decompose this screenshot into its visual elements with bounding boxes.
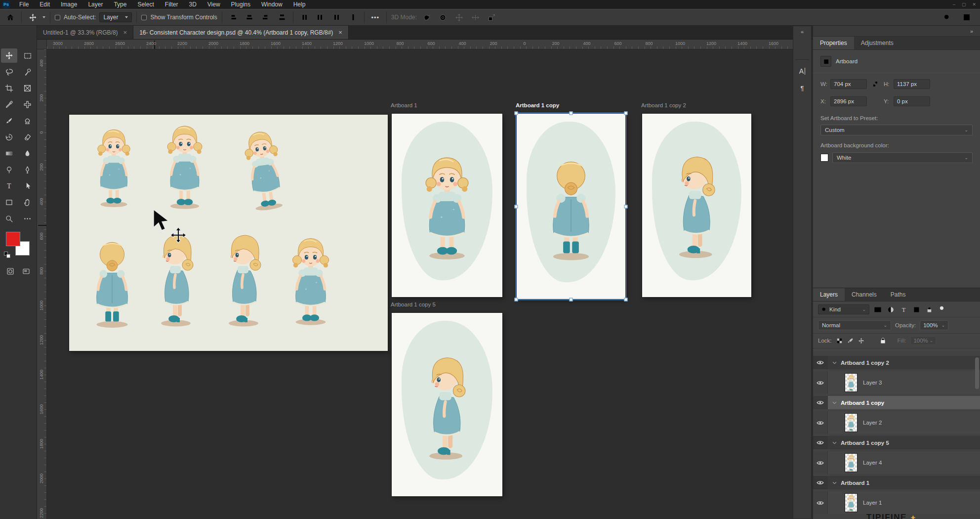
ruler-vertical[interactable]: 4002000200400600800100012001400160018002… bbox=[37, 49, 47, 519]
chevron-down-icon[interactable] bbox=[42, 16, 45, 18]
chevron-down-icon[interactable] bbox=[832, 481, 837, 484]
eyedropper-tool[interactable] bbox=[1, 97, 17, 112]
close-icon[interactable]: ✕ bbox=[972, 2, 976, 7]
panel-menu-icon[interactable] bbox=[969, 40, 976, 46]
menu-edit[interactable]: Edit bbox=[34, 0, 55, 9]
distribute-vertical-icon[interactable] bbox=[347, 11, 360, 24]
artboard-row-artboard-1-copy-5[interactable]: Artboard 1 copy 5 bbox=[813, 436, 980, 449]
width-field[interactable]: 704 px bbox=[830, 79, 867, 89]
layer-thumbnail[interactable] bbox=[845, 453, 858, 472]
chevron-down-icon[interactable] bbox=[832, 361, 837, 364]
path-selection-tool[interactable] bbox=[19, 179, 36, 193]
quick-selection-tool[interactable] bbox=[19, 65, 36, 79]
artboard-reference-sheet[interactable] bbox=[69, 115, 388, 351]
foreground-color-swatch[interactable] bbox=[6, 232, 20, 246]
menu-window[interactable]: Window bbox=[256, 0, 288, 9]
layer-thumbnail[interactable] bbox=[845, 373, 858, 392]
layer-filter-select[interactable]: Kind ⌄ bbox=[818, 304, 869, 314]
layer-thumbnail[interactable] bbox=[845, 413, 858, 432]
selection-handle[interactable] bbox=[570, 298, 573, 302]
menu-filter[interactable]: Filter bbox=[160, 0, 184, 9]
layer-row-layer-3[interactable]: Layer 3 bbox=[813, 371, 980, 394]
preset-select[interactable]: Custom ⌄ bbox=[820, 125, 973, 135]
visibility-toggle[interactable] bbox=[813, 356, 828, 369]
eye-icon[interactable] bbox=[817, 500, 824, 506]
menu-file[interactable]: File bbox=[14, 0, 34, 9]
artboard-bg-select[interactable]: White ⌄ bbox=[832, 152, 973, 163]
artboard-1-copy-2[interactable]: Artboard 1 copy 2 bbox=[642, 114, 751, 297]
tab-adjustments[interactable]: Adjustments bbox=[854, 37, 900, 49]
y-field[interactable]: 0 px bbox=[894, 96, 930, 106]
artboard-row-artboard-1-copy[interactable]: Artboard 1 copy bbox=[813, 396, 980, 409]
show-transform-controls-checkbox[interactable] bbox=[141, 15, 147, 20]
eye-icon[interactable] bbox=[817, 380, 824, 386]
blend-mode-select[interactable]: Normal ⌄ bbox=[818, 320, 891, 330]
selection-handle[interactable] bbox=[624, 205, 628, 208]
eye-icon[interactable] bbox=[817, 360, 824, 365]
move-tool[interactable] bbox=[1, 48, 17, 63]
artboard-1-copy[interactable]: Artboard 1 copy bbox=[517, 114, 625, 299]
auto-select-checkbox[interactable] bbox=[55, 15, 60, 20]
x-field[interactable]: 2896 px bbox=[830, 96, 867, 106]
tab-close-icon[interactable]: × bbox=[123, 29, 127, 36]
maximize-icon[interactable]: ▢ bbox=[962, 2, 966, 7]
search-icon[interactable] bbox=[940, 11, 953, 24]
align-vertical-centers-icon[interactable] bbox=[276, 11, 288, 24]
menu-help[interactable]: Help bbox=[288, 0, 311, 9]
menu-plugins[interactable]: Plugins bbox=[226, 0, 256, 9]
align-right-edges-icon[interactable] bbox=[259, 11, 272, 24]
align-left-edges-icon[interactable] bbox=[227, 11, 240, 24]
pen-tool[interactable] bbox=[19, 163, 36, 177]
distribute-left-icon[interactable] bbox=[298, 11, 311, 24]
filter-pixel-layers-icon[interactable] bbox=[874, 306, 882, 313]
menu-layer[interactable]: Layer bbox=[82, 0, 108, 9]
rectangular-marquee-tool[interactable] bbox=[19, 48, 36, 63]
menu-3d[interactable]: 3D bbox=[183, 0, 202, 9]
selection-handle[interactable] bbox=[624, 298, 628, 302]
tab-close-icon[interactable]: × bbox=[338, 29, 342, 36]
layer-row-layer-1[interactable]: Layer 1 bbox=[813, 491, 980, 514]
brush-settings-panel-icon[interactable] bbox=[793, 40, 811, 56]
filter-toggle-pin-icon[interactable] bbox=[939, 305, 945, 313]
quick-mask-icon[interactable] bbox=[6, 267, 14, 275]
eye-icon[interactable] bbox=[817, 420, 824, 426]
visibility-toggle[interactable] bbox=[813, 411, 828, 434]
lock-transparency-icon[interactable] bbox=[836, 338, 843, 344]
hand-tool[interactable] bbox=[19, 195, 36, 210]
screen-mode-icon[interactable] bbox=[22, 267, 30, 275]
layer-row-layer-4[interactable]: Layer 4 bbox=[813, 451, 980, 474]
selection-handle[interactable] bbox=[624, 112, 628, 115]
lock-pixels-icon[interactable] bbox=[847, 338, 854, 344]
artboard-bg-color-swatch[interactable] bbox=[820, 154, 828, 162]
brush-tool[interactable] bbox=[1, 114, 17, 128]
artboard-label[interactable]: Artboard 1 copy bbox=[516, 102, 559, 108]
auto-select-target-select[interactable]: Layer bbox=[99, 12, 132, 22]
opacity-field[interactable]: 100% ⌄ bbox=[920, 320, 948, 330]
character-panel-icon[interactable]: A bbox=[793, 63, 811, 80]
paragraph-panel-icon[interactable]: ¶ bbox=[793, 80, 811, 96]
dodge-tool[interactable] bbox=[1, 163, 17, 177]
menu-select[interactable]: Select bbox=[132, 0, 159, 9]
selection-handle[interactable] bbox=[515, 205, 518, 208]
layer-thumbnail[interactable] bbox=[845, 493, 858, 512]
crop-tool[interactable] bbox=[1, 81, 17, 95]
artboard-label[interactable]: Artboard 1 copy 2 bbox=[641, 102, 686, 108]
filter-type-layers-icon[interactable]: T bbox=[900, 306, 907, 313]
height-field[interactable]: 1137 px bbox=[894, 79, 930, 89]
chevron-down-icon[interactable] bbox=[832, 401, 837, 404]
tab-paths[interactable]: Paths bbox=[884, 288, 913, 301]
expand-panels-icon[interactable]: « bbox=[793, 26, 811, 40]
tab-layers[interactable]: Layers bbox=[813, 288, 845, 301]
blur-tool[interactable] bbox=[19, 146, 36, 161]
visibility-toggle[interactable] bbox=[813, 436, 828, 449]
selection-handle[interactable] bbox=[570, 112, 573, 115]
home-icon[interactable] bbox=[4, 11, 17, 24]
menu-image[interactable]: Image bbox=[55, 0, 82, 9]
selection-handle[interactable] bbox=[515, 112, 518, 115]
filter-shape-layers-icon[interactable] bbox=[913, 306, 920, 313]
artboard-1[interactable]: Artboard 1 bbox=[392, 114, 502, 297]
visibility-toggle[interactable] bbox=[813, 396, 828, 409]
lasso-tool[interactable] bbox=[1, 65, 17, 79]
panel-menu-icon[interactable] bbox=[969, 292, 976, 298]
lock-artboard-icon[interactable] bbox=[869, 338, 875, 344]
